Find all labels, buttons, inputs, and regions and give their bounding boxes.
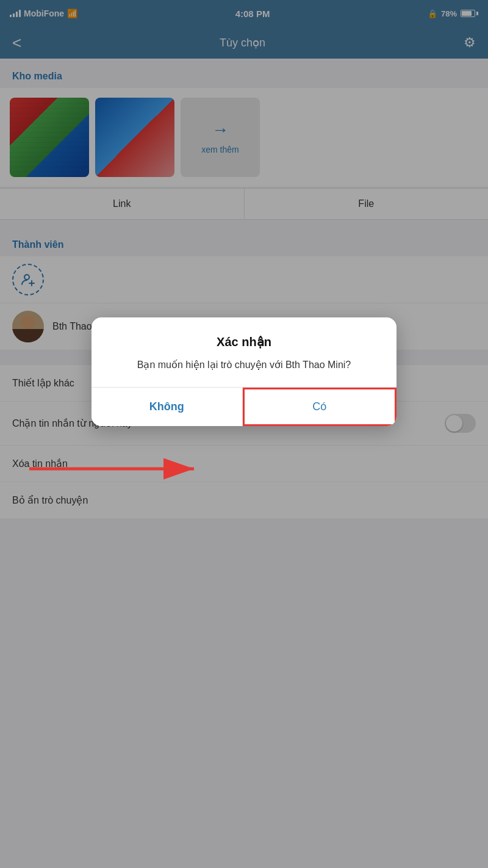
dialog-overlay: Xác nhận Bạn muốn hiện lại trò chuyện vớ… bbox=[0, 0, 488, 868]
dialog-title: Xác nhận bbox=[111, 335, 377, 349]
confirm-dialog: Xác nhận Bạn muốn hiện lại trò chuyện vớ… bbox=[92, 317, 396, 426]
dialog-cancel-button[interactable]: Không bbox=[92, 388, 243, 426]
dialog-message: Bạn muốn hiện lại trò chuyện với Bth Tha… bbox=[111, 358, 377, 372]
dialog-confirm-button[interactable]: Có bbox=[243, 388, 397, 426]
red-arrow-annotation bbox=[17, 450, 212, 487]
dialog-buttons: Không Có bbox=[92, 387, 396, 426]
dialog-body: Xác nhận Bạn muốn hiện lại trò chuyện vớ… bbox=[92, 317, 396, 387]
